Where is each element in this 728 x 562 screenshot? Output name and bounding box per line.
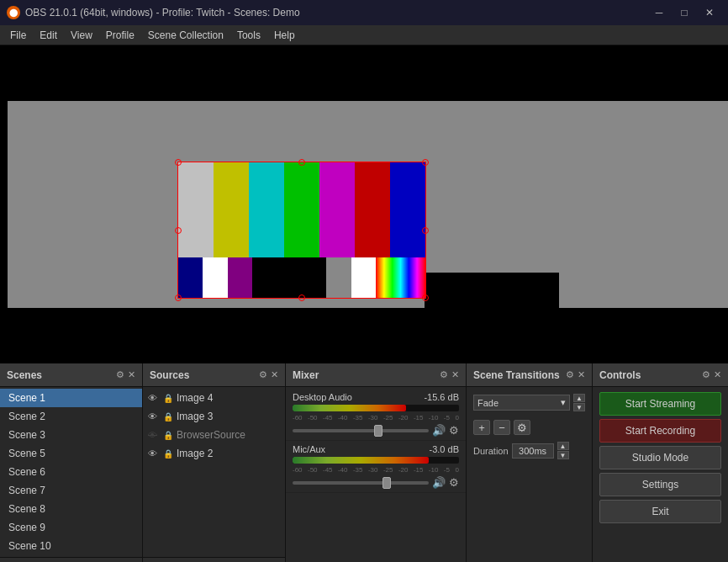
mixer-panel: Mixer ⚙ ✕ Desktop Audio -15.6 dB [286,363,467,562]
studio-mode-button[interactable]: Studio Mode [599,446,721,469]
desktop-audio-mute-icon[interactable]: 🔊 [432,424,446,437]
scene-item-7[interactable]: Scene 7 [0,481,142,500]
menu-scene-collection[interactable]: Scene Collection [141,28,230,43]
transition-type-down-button[interactable]: ▼ [573,403,585,411]
menu-edit[interactable]: Edit [33,28,64,43]
scene-item-1[interactable]: Scene 1 [0,389,142,407]
test-pattern[interactable] [177,162,426,299]
menu-profile[interactable]: Profile [99,28,141,43]
source-item-image2[interactable]: 👁 🔒 Image 2 [143,444,285,463]
exit-button[interactable]: Exit [599,500,721,523]
handle-ml[interactable] [175,227,182,234]
black-right-mid [425,273,559,308]
transition-settings-button[interactable]: ⚙ [514,420,530,435]
mic-aux-settings-icon[interactable]: ⚙ [449,476,459,489]
source-item-image3[interactable]: 👁 🔒 Image 3 [143,407,285,426]
sources-panel: Sources ⚙ ✕ 👁 🔒 Image 4 👁 🔒 Image 3 [143,363,286,562]
scene-item-2[interactable]: Scene 2 [0,407,142,426]
close-button[interactable]: ✕ [698,4,721,21]
remove-transition-button[interactable]: − [493,420,510,435]
transition-type-row: Fade ▾ ▲ ▼ [467,389,592,416]
scenes-panel-close-icon[interactable]: ✕ [128,369,135,380]
transitions-panel-header: Scene Transitions ⚙ ✕ [467,363,592,387]
desktop-audio-controls: 🔊 ⚙ [293,424,459,437]
desktop-audio-fader[interactable] [293,429,429,432]
source-lock-icon-2: 🔒 [163,431,173,440]
scenes-panel: Scenes ⚙ ✕ Scene 1 Scene 2 Scene 3 Scene… [0,363,143,562]
menu-tools[interactable]: Tools [230,28,267,43]
handle-br[interactable] [422,294,429,301]
controls-buttons-list: Start Streaming Start Recording Studio M… [593,387,728,562]
transition-type-value: Fade [477,398,499,408]
mixer-channel-desktop: Desktop Audio -15.6 dB -60-50-45-40-35-3… [286,389,466,441]
desktop-audio-settings-icon[interactable]: ⚙ [449,424,459,437]
transitions-panel-title: Scene Transitions [473,369,560,381]
title-text: OBS 21.0.1 (64bit, windows) - Profile: T… [25,7,300,19]
source-name-0: Image 4 [177,392,213,404]
start-recording-button[interactable]: Start Recording [599,419,721,443]
scene-item-9[interactable]: Scene 9 [0,518,142,537]
duration-arrows: ▲ ▼ [557,442,569,459]
mic-aux-label: Mic/Aux [293,444,325,454]
desktop-audio-fader-thumb [374,425,382,437]
sources-panel-settings-icon[interactable]: ⚙ [259,369,267,380]
handle-tr[interactable] [422,159,429,166]
mixer-panel-icons: ⚙ ✕ [440,369,459,380]
menu-help[interactable]: Help [267,28,302,43]
transition-type-dropdown[interactable]: Fade ▾ [473,395,570,411]
source-item-browser[interactable]: 👁 🔒 BrowserSource [143,426,285,444]
handle-tm[interactable] [298,159,305,166]
controls-panel-settings-icon[interactable]: ⚙ [702,369,710,380]
scene-item-3[interactable]: Scene 3 [0,426,142,444]
scene-item-5[interactable]: Scene 5 [0,444,142,463]
source-name-2: BrowserSource [177,429,245,441]
mixer-panel-settings-icon[interactable]: ⚙ [440,369,448,380]
source-visible-icon-1: 👁 [148,411,160,422]
controls-panel: Controls ⚙ ✕ Start Streaming Start Recor… [593,363,728,562]
start-streaming-button[interactable]: Start Streaming [599,392,721,416]
transitions-panel-close-icon[interactable]: ✕ [578,369,585,380]
desktop-audio-meter-fill [293,405,406,411]
source-name-1: Image 3 [177,411,213,422]
minimize-button[interactable]: ─ [647,4,671,21]
transitions-panel-icons: ⚙ ✕ [566,369,585,380]
scene-item-10[interactable]: Scene 10 [0,537,142,555]
black-top [0,45,728,101]
transition-type-up-button[interactable]: ▲ [573,394,585,402]
mic-aux-mute-icon[interactable]: 🔊 [432,476,446,489]
sources-panel-close-icon[interactable]: ✕ [271,369,278,380]
add-transition-button[interactable]: + [473,420,490,435]
scene-item-8[interactable]: Scene 8 [0,500,142,518]
controls-panel-icons: ⚙ ✕ [702,369,721,380]
bottom-area: Scenes ⚙ ✕ Scene 1 Scene 2 Scene 3 Scene… [0,363,728,562]
handle-bl[interactable] [175,294,182,301]
menu-view[interactable]: View [64,28,99,43]
mixer-panel-close-icon[interactable]: ✕ [451,369,459,380]
menu-file[interactable]: File [3,28,33,43]
handle-bm[interactable] [298,294,305,301]
source-item-image4[interactable]: 👁 🔒 Image 4 [143,389,285,407]
scenes-panel-settings-icon[interactable]: ⚙ [116,369,124,380]
mic-aux-fader-thumb [382,477,391,489]
handle-mr[interactable] [422,227,429,234]
desktop-audio-label: Desktop Audio [293,392,352,402]
app-icon: ⬤ [7,6,20,19]
maximize-button[interactable]: □ [673,4,696,21]
controls-panel-header: Controls ⚙ ✕ [593,363,728,387]
controls-panel-close-icon[interactable]: ✕ [714,369,721,380]
sources-panel-header: Sources ⚙ ✕ [143,363,285,387]
mixer-channel-desktop-header: Desktop Audio -15.6 dB [293,392,459,402]
title-bar-controls: ─ □ ✕ [647,4,721,21]
scene-item-6[interactable]: Scene 6 [0,463,142,481]
handle-tl[interactable] [175,159,182,166]
mixer-panel-title: Mixer [293,369,319,381]
mic-aux-fader[interactable] [293,481,429,485]
duration-up-button[interactable]: ▲ [557,442,569,450]
settings-button[interactable]: Settings [599,473,721,496]
duration-down-button[interactable]: ▼ [557,451,569,459]
title-bar: ⬤ OBS 21.0.1 (64bit, windows) - Profile:… [0,0,728,25]
transitions-panel-settings-icon[interactable]: ⚙ [566,369,574,380]
mic-aux-meter-fill [293,457,429,464]
preview-area [0,45,728,363]
scenes-panel-footer: + − ∧ ∨ [0,557,142,562]
